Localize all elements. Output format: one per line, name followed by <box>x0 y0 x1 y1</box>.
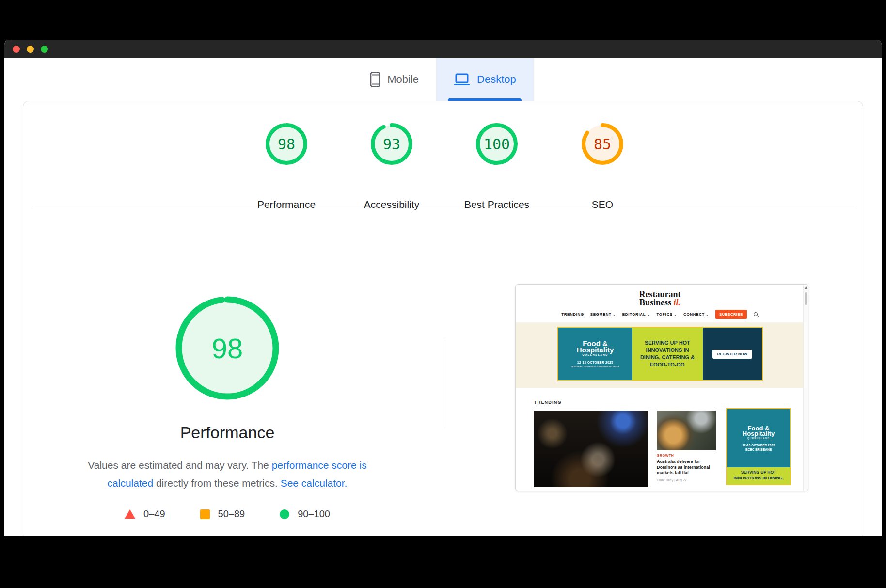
event-card-date: 12-13 OCTOBER 2025 <box>742 444 775 447</box>
performance-score-link-cont[interactable]: calculated <box>108 477 154 489</box>
banner-venue: Brisbane Convention & Exhibition Centre <box>571 365 619 368</box>
banner-brand-line2: Hospitality <box>577 347 614 353</box>
event-card-brand: Food & Hospitality QUEENSLAND 12-13 OCTO… <box>727 409 790 467</box>
close-window-button[interactable] <box>13 46 20 53</box>
event-banner-headline: SERVING UP HOT INNOVATIONS IN DINING, CA… <box>632 328 703 380</box>
tab-desktop[interactable]: Desktop <box>436 58 534 101</box>
device-tabbar: Mobile Desktop <box>4 58 882 101</box>
subscribe-button[interactable]: SUBSCRIBE <box>715 310 747 319</box>
score-legend: 0–49 50–89 90–100 <box>23 509 431 520</box>
banner-brand-line3: QUEENSLAND <box>582 353 608 356</box>
event-banner[interactable]: Food & Hospitality QUEENSLAND 12-13 OCTO… <box>557 327 763 381</box>
event-card-venue: BCEC BRISBANE <box>745 448 772 451</box>
site-logo: Restaurant Business il. <box>516 290 804 307</box>
summary-gauge-accessibility[interactable]: 93 Accessibility <box>370 123 413 165</box>
fail-triangle-icon <box>125 509 135 519</box>
banner-headline-line: DINING, CATERING & <box>640 354 695 361</box>
event-card[interactable]: Food & Hospitality QUEENSLAND 12-13 OCTO… <box>726 408 791 485</box>
site-nav: TRENDING SEGMENT⌄ EDITORIAL⌄ TOPICS⌄ CON… <box>516 310 804 319</box>
preview-scrollbar[interactable] <box>803 285 808 491</box>
site-nav-connect[interactable]: CONNECT⌄ <box>683 312 709 317</box>
article-category: GROWTH <box>657 454 716 457</box>
chevron-down-icon: ⌄ <box>647 313 650 316</box>
description-text: directly from these metrics. <box>153 477 281 489</box>
see-calculator-link[interactable]: See calculator. <box>281 477 348 489</box>
event-card-headline-line: SERVING UP HOT <box>728 470 789 476</box>
legend-range: 0–49 <box>143 509 165 520</box>
site-logo-mark: il. <box>674 298 681 307</box>
performance-score-link[interactable]: performance score is <box>272 460 367 471</box>
fullscreen-window-button[interactable] <box>41 46 48 53</box>
site-logo-line2: Business <box>639 298 674 307</box>
banner-headline-line: INNOVATIONS IN <box>646 347 689 354</box>
banner-headline-line: SERVING UP HOT <box>645 339 690 347</box>
hero-strip: Food & Hospitality QUEENSLAND 12-13 OCTO… <box>516 322 804 388</box>
gauge-score: 100 <box>475 123 518 165</box>
minimize-window-button[interactable] <box>27 46 34 53</box>
article-image-bar-event[interactable] <box>534 411 648 487</box>
lighthouse-report-card: 98 Performance 93 Accessibility <box>23 101 863 536</box>
performance-big-score: 98 <box>174 294 281 402</box>
performance-description: Values are estimated and may vary. The p… <box>67 456 387 492</box>
banner-headline-line: FOOD-TO-GO <box>650 361 684 368</box>
banner-date: 12-13 OCTOBER 2025 <box>577 361 613 364</box>
event-card-brand-line3: QUEENSLAND <box>747 437 770 440</box>
site-nav-trending[interactable]: TRENDING <box>561 312 584 317</box>
average-square-icon <box>200 509 210 519</box>
performance-big-gauge: 98 <box>174 294 281 402</box>
laptop-icon <box>454 73 470 86</box>
nav-label: TRENDING <box>561 312 584 317</box>
nav-label: SEGMENT <box>590 312 612 317</box>
register-now-button[interactable]: REGISTER NOW <box>712 350 752 359</box>
gauge-score: 98 <box>265 123 308 165</box>
event-card-brand-line2: Hospitality <box>743 431 775 437</box>
scroll-up-arrow-icon[interactable] <box>805 286 807 289</box>
good-circle-icon <box>280 509 289 519</box>
section-divider <box>32 207 854 207</box>
legend-item-average: 50–89 <box>200 509 245 520</box>
summary-gauge-performance[interactable]: 98 Performance <box>265 123 308 165</box>
summary-gauge-best-practices[interactable]: 100 Best Practices <box>475 123 518 165</box>
screenshot-stage: Mobile Desktop 98 <box>0 0 886 588</box>
phone-icon <box>370 72 380 87</box>
legend-range: 90–100 <box>298 509 330 520</box>
nav-label: EDITORIAL <box>622 312 646 317</box>
scrollbar-thumb[interactable] <box>805 292 807 305</box>
legend-item-fail: 0–49 <box>125 509 165 520</box>
chevron-down-icon: ⌄ <box>674 313 677 316</box>
event-banner-cta-panel: REGISTER NOW <box>703 328 762 380</box>
description-text: Values are estimated and may vary. The <box>88 460 271 471</box>
event-card-headline-line: INNOVATIONS IN DINING, <box>728 476 789 481</box>
tab-desktop-label: Desktop <box>477 73 516 86</box>
browser-window: Mobile Desktop 98 <box>4 40 882 536</box>
legend-range: 50–89 <box>218 509 245 520</box>
article-title: Australia delivers for Domino's as inter… <box>657 459 716 476</box>
site-nav-segment[interactable]: SEGMENT⌄ <box>590 312 616 317</box>
window-titlebar <box>4 40 882 58</box>
search-icon[interactable] <box>753 312 759 317</box>
chevron-down-icon: ⌄ <box>706 313 709 316</box>
summary-gauge-seo[interactable]: 85 SEO <box>581 123 624 165</box>
gauge-score: 85 <box>581 123 624 165</box>
nav-label: TOPICS <box>657 312 673 317</box>
tab-mobile-label: Mobile <box>387 73 419 86</box>
chevron-down-icon: ⌄ <box>613 313 616 316</box>
event-banner-brand: Food & Hospitality QUEENSLAND 12-13 OCTO… <box>558 328 632 380</box>
performance-title: Performance <box>23 423 431 442</box>
vertical-divider <box>445 340 445 427</box>
event-card-headline: SERVING UP HOT INNOVATIONS IN DINING, <box>727 467 790 484</box>
trending-heading: TRENDING <box>534 400 562 405</box>
nav-label: CONNECT <box>683 312 705 317</box>
gauge-score: 93 <box>370 123 413 165</box>
site-nav-editorial[interactable]: EDITORIAL⌄ <box>622 312 650 317</box>
article-dominos[interactable]: GROWTH Australia delivers for Domino's a… <box>657 411 716 482</box>
tab-mobile[interactable]: Mobile <box>352 58 436 101</box>
gauge-label: SEO <box>539 199 665 210</box>
legend-item-good: 90–100 <box>280 509 330 520</box>
article-byline: Clare Riley | Aug 27 <box>657 478 716 482</box>
article-image-pizza <box>657 411 716 450</box>
site-nav-topics[interactable]: TOPICS⌄ <box>657 312 678 317</box>
site-screenshot-preview[interactable]: Restaurant Business il. TRENDING SEGMENT… <box>515 284 808 491</box>
